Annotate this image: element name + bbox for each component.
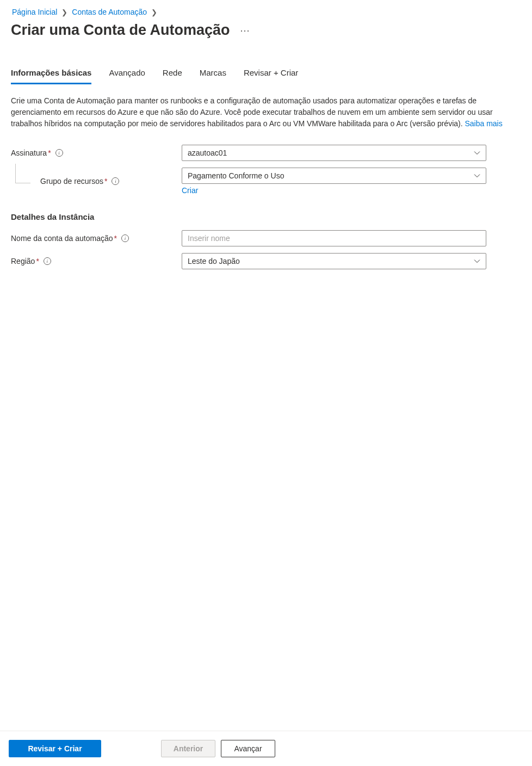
region-label-text: Região	[11, 257, 35, 265]
tab-basics[interactable]: Informações básicas	[11, 68, 91, 84]
breadcrumb-automation-accounts[interactable]: Contas de Automação	[71, 8, 148, 16]
resource-group-select[interactable]: Pagamento Conforme o Uso	[182, 168, 486, 184]
subscription-value: azautoac01	[188, 149, 227, 157]
region-value: Leste do Japão	[188, 257, 240, 265]
resource-group-value: Pagamento Conforme o Uso	[188, 171, 284, 180]
instance-details-heading: Detalhes da Instância	[11, 212, 521, 221]
account-name-label-text: Nome da conta da automação	[11, 234, 113, 243]
account-name-label: Nome da conta da automação * i	[11, 234, 182, 243]
subscription-label: Assinatura * i	[11, 149, 182, 157]
more-actions-icon[interactable]: ⋯	[240, 24, 250, 36]
footer: Revisar + Criar Anterior Avançar	[0, 731, 532, 766]
resource-group-label: Grupo de recursos * i	[11, 177, 182, 186]
required-asterisk: *	[36, 257, 39, 265]
previous-button: Anterior	[161, 740, 215, 757]
chevron-down-icon	[474, 172, 480, 179]
info-icon[interactable]: i	[121, 234, 129, 242]
info-icon[interactable]: i	[112, 177, 119, 185]
tab-review-create[interactable]: Revisar + Criar	[244, 68, 298, 84]
breadcrumb: Página Inicial ❯ Contas de Automação ❯	[11, 5, 521, 16]
description-text: Crie uma Conta de Automação para manter …	[11, 95, 511, 129]
description-body: Crie uma Conta de Automação para manter …	[11, 96, 493, 128]
chevron-right-icon: ❯	[151, 8, 157, 16]
region-select[interactable]: Leste do Japão	[182, 253, 486, 269]
create-resource-group-link[interactable]: Criar	[182, 186, 198, 195]
tabs: Informações básicas Avançado Rede Marcas…	[11, 68, 521, 84]
info-icon[interactable]: i	[44, 257, 51, 265]
region-label: Região * i	[11, 257, 182, 265]
page-title: Criar uma Conta de Automação ⋯	[11, 22, 521, 39]
resource-group-label-text: Grupo de recursos	[40, 177, 103, 186]
tree-elbow-icon	[15, 164, 30, 183]
learn-more-link[interactable]: Saiba mais	[465, 119, 502, 128]
info-icon[interactable]: i	[55, 149, 63, 157]
account-name-input[interactable]: Inserir nome	[182, 230, 486, 246]
chevron-down-icon	[474, 258, 480, 264]
chevron-right-icon: ❯	[61, 8, 67, 16]
page-title-text: Criar uma Conta de Automação	[11, 22, 230, 39]
subscription-select[interactable]: azautoac01	[182, 145, 486, 161]
breadcrumb-home[interactable]: Página Inicial	[11, 8, 58, 16]
required-asterisk: *	[104, 177, 107, 186]
tab-advanced[interactable]: Avançado	[109, 68, 145, 84]
next-button[interactable]: Avançar	[221, 740, 275, 757]
required-asterisk: *	[114, 234, 117, 243]
review-create-button[interactable]: Revisar + Criar	[9, 740, 101, 757]
account-name-placeholder: Inserir nome	[188, 234, 230, 243]
tab-network[interactable]: Rede	[163, 68, 182, 84]
subscription-label-text: Assinatura	[11, 149, 47, 157]
chevron-down-icon	[474, 150, 480, 156]
required-asterisk: *	[48, 149, 51, 157]
tab-tags[interactable]: Marcas	[200, 68, 226, 84]
